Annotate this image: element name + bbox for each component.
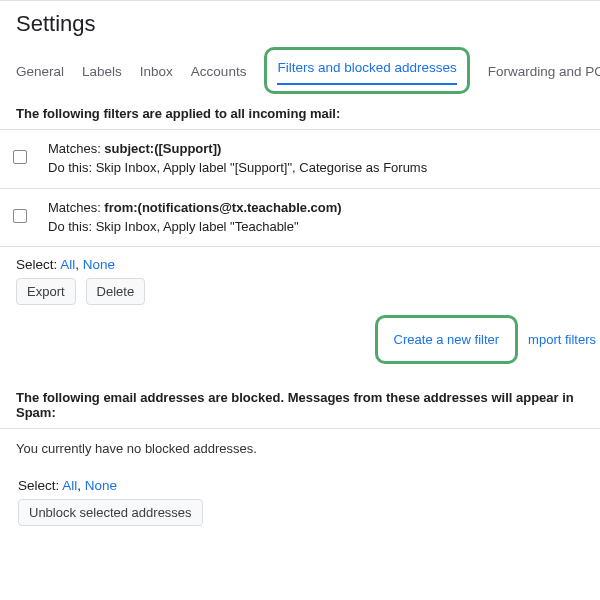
action-value: Skip Inbox, Apply label "[Support]", Cat… — [96, 160, 428, 175]
page-title: Settings — [16, 11, 584, 37]
create-new-filter-link[interactable]: Create a new filter — [394, 332, 500, 347]
filter-checkbox[interactable] — [13, 150, 27, 164]
action-label: Do this: — [48, 219, 96, 234]
filter-row: Matches: from:(notifications@tx.teachabl… — [0, 188, 600, 247]
tab-forwarding[interactable]: Forwarding and POP/IMAP — [488, 60, 600, 87]
settings-tabs: General Labels Inbox Accounts Filters an… — [0, 45, 600, 94]
select-label: Select: — [16, 257, 60, 272]
matches-value: subject:([Support]) — [104, 141, 221, 156]
action-value: Skip Inbox, Apply label "Teachable" — [96, 219, 299, 234]
highlight-filters-tab: Filters and blocked addresses — [264, 47, 469, 94]
import-filters-link[interactable]: mport filters — [528, 332, 596, 347]
select-all-link[interactable]: All — [62, 478, 77, 493]
matches-value: from:(notifications@tx.teachable.com) — [104, 200, 341, 215]
tab-accounts[interactable]: Accounts — [191, 60, 247, 87]
tab-filters-blocked[interactable]: Filters and blocked addresses — [277, 56, 456, 85]
matches-label: Matches: — [48, 200, 104, 215]
unblock-button[interactable]: Unblock selected addresses — [18, 499, 203, 526]
blocked-heading: The following email addresses are blocke… — [0, 378, 600, 428]
filters-table: Matches: subject:([Support]) Do this: Sk… — [0, 129, 600, 247]
select-label: Select: — [18, 478, 62, 493]
comma: , — [75, 257, 83, 272]
filter-checkbox[interactable] — [13, 209, 27, 223]
tab-general[interactable]: General — [16, 60, 64, 87]
delete-button[interactable]: Delete — [86, 278, 146, 305]
filter-row: Matches: subject:([Support]) Do this: Sk… — [0, 130, 600, 189]
highlight-create-filter: Create a new filter — [375, 315, 519, 364]
filters-heading: The following filters are applied to all… — [0, 94, 600, 129]
export-button[interactable]: Export — [16, 278, 76, 305]
select-none-link[interactable]: None — [83, 257, 115, 272]
blocked-select-row: Select: All, None — [0, 468, 600, 499]
tab-labels[interactable]: Labels — [82, 60, 122, 87]
select-all-link[interactable]: All — [60, 257, 75, 272]
tab-inbox[interactable]: Inbox — [140, 60, 173, 87]
comma: , — [77, 478, 85, 493]
action-label: Do this: — [48, 160, 96, 175]
select-none-link[interactable]: None — [85, 478, 117, 493]
filters-select-row: Select: All, None — [0, 247, 600, 278]
blocked-empty-text: You currently have no blocked addresses. — [0, 428, 600, 468]
matches-label: Matches: — [48, 141, 104, 156]
